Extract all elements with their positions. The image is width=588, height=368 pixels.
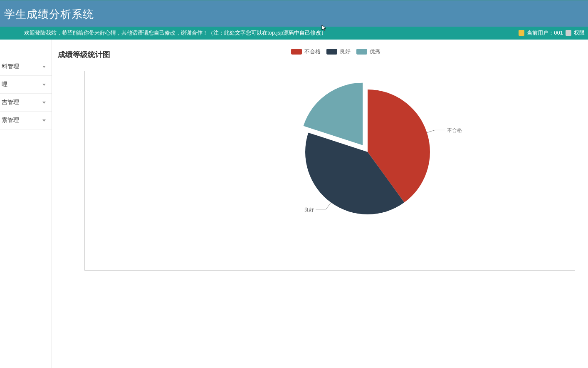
legend-item-excellent[interactable]: 优秀 [356, 48, 380, 55]
sidebar-item-label: 吉管理 [2, 99, 19, 106]
user-info: 当前用户：001 权限 [519, 29, 585, 37]
legend-swatch-fail [291, 49, 302, 55]
chart-legend: 不合格 良好 优秀 [291, 48, 380, 55]
sidebar-spacer [0, 40, 52, 58]
legend-label-good: 良好 [340, 48, 351, 55]
sidebar-item-1[interactable]: 料管理 [0, 58, 52, 76]
main-content: 成绩等级统计图 不合格 良好 优秀 不合格 良好 [52, 40, 588, 368]
chevron-down-icon [42, 119, 46, 122]
slice-leader-line [427, 130, 445, 132]
permission-icon [566, 30, 571, 36]
legend-label-fail: 不合格 [304, 48, 321, 55]
slice-label-fail: 不合格 [447, 127, 462, 134]
current-user-label: 当前用户：001 [527, 29, 563, 37]
layout: 料管理 哩 吉管理 索管理 成绩等级统计图 不合格 良好 [0, 40, 588, 368]
legend-swatch-excellent [356, 49, 367, 55]
sidebar: 料管理 哩 吉管理 索管理 [0, 40, 52, 368]
legend-item-fail[interactable]: 不合格 [291, 48, 321, 55]
legend-item-good[interactable]: 良好 [326, 48, 351, 55]
sidebar-item-label: 索管理 [2, 117, 19, 124]
info-bar: 欢迎登陆我站，希望能给你带来好心情，其他话语请您自己修改，谢谢合作！（注：此处文… [0, 27, 588, 40]
chevron-down-icon [42, 66, 46, 68]
sidebar-item-2[interactable]: 哩 [0, 76, 52, 94]
slice-label-good: 良好 [304, 206, 314, 214]
slice-leader-line [316, 202, 331, 209]
legend-swatch-good [326, 49, 337, 55]
chevron-down-icon [42, 84, 46, 86]
pie-chart-svg [243, 77, 492, 260]
app-header: 学生成绩分析系统 [0, 1, 588, 27]
user-icon [519, 30, 524, 36]
sidebar-item-4[interactable]: 索管理 [0, 112, 52, 129]
sidebar-item-3[interactable]: 吉管理 [0, 94, 52, 112]
legend-label-excellent: 优秀 [370, 48, 380, 55]
sidebar-item-label: 料管理 [2, 63, 19, 70]
sidebar-item-label: 哩 [2, 81, 7, 88]
welcome-message: 欢迎登陆我站，希望能给你带来好心情，其他话语请您自己修改，谢谢合作！（注：此处文… [24, 29, 326, 37]
chart-title: 成绩等级统计图 [58, 50, 110, 60]
chart-plot-area: 不合格 良好 [84, 71, 575, 271]
app-title: 学生成绩分析系统 [4, 8, 94, 20]
chevron-down-icon [42, 102, 46, 104]
permission-label: 权限 [574, 29, 585, 37]
